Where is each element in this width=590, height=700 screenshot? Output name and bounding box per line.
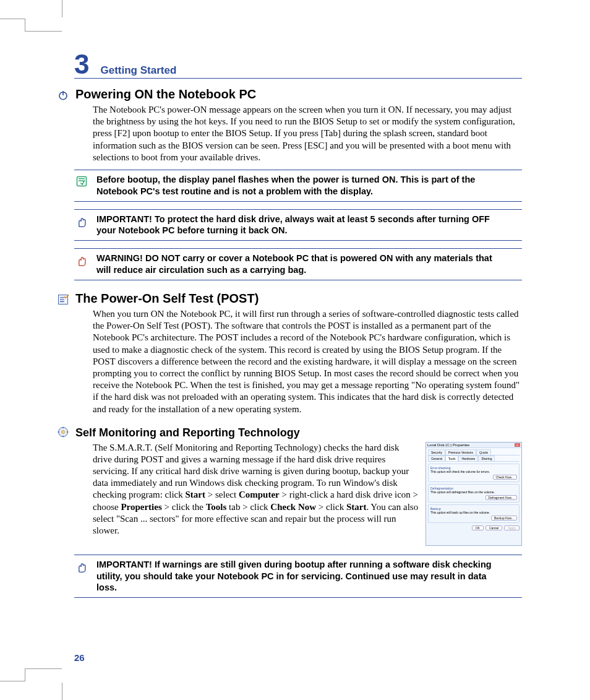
callout-important: IMPORTANT! To protect the hard disk driv… (74, 209, 522, 241)
close-icon: × (515, 443, 520, 447)
tab-quota: Quota (476, 449, 491, 455)
checklist-icon (56, 292, 71, 306)
defrag-box: Defragmentation This option will defragm… (428, 484, 519, 503)
smart-body: The S.M.A.R.T. (Self Monitoring and Repo… (93, 442, 419, 546)
dialog-tabs-row2: General Tools Hardware Sharing (428, 456, 519, 462)
backup-box: Backup This option will back up files on… (428, 504, 519, 523)
callout-text: IMPORTANT! To protect the hard disk driv… (96, 214, 506, 237)
defrag-text: This option will defragment files on the… (430, 490, 517, 494)
svg-rect-2 (77, 176, 87, 186)
tab-sharing: Sharing (478, 456, 495, 461)
svg-point-5 (62, 431, 65, 434)
chapter-title: Getting Started (100, 64, 176, 77)
power-icon (56, 89, 71, 101)
callout-note: Before bootup, the display panel flashes… (74, 170, 522, 202)
dialog-title-text: Local Disk (C:) Properties (427, 443, 469, 447)
apply-button: Apply (504, 525, 519, 530)
callout-important-2: IMPORTANT! If warnings are still given d… (74, 555, 522, 598)
page-number: 26 (74, 652, 85, 663)
section-title: Powering ON the Notebook PC (75, 87, 256, 102)
tab-security: Security (428, 449, 445, 455)
defragment-now-button: Defragment Now... (485, 495, 517, 500)
section-smart: Self Monitoring and Reporting Technology… (74, 424, 522, 546)
section-body: The Notebook PC's power-ON message appea… (93, 104, 522, 163)
error-checking-text: This option will check the volume for er… (430, 470, 517, 473)
ok-button: OK (472, 525, 484, 530)
error-checking-box: Error-checking This option will check th… (428, 464, 519, 482)
section-powering-on: Powering ON the Notebook PC The Notebook… (74, 87, 522, 163)
chapter-header: 3 Getting Started (74, 51, 522, 79)
check-now-button: Check Now... (493, 475, 517, 480)
backup-text: This option will back up files on the vo… (430, 511, 517, 514)
callout-text: IMPORTANT! If warnings are still given d… (96, 559, 506, 594)
tab-general: General (428, 456, 445, 461)
section-title: The Power-On Self Test (POST) (75, 292, 259, 306)
cancel-button: Cancel (485, 525, 503, 530)
chapter-number: 3 (74, 51, 89, 78)
tab-previous-versions: Previous Versions (445, 449, 476, 455)
dialog-button-row: OK Cancel Apply (428, 525, 519, 530)
dialog-titlebar: Local Disk (C:) Properties × (426, 443, 521, 448)
callout-text: Before bootup, the display panel flashes… (96, 174, 506, 197)
dialog-tabs-row1: Security Previous Versions Quota (428, 449, 519, 456)
tab-tools: Tools (445, 456, 459, 461)
hand-warning-icon (74, 253, 89, 276)
hand-important-icon (74, 214, 89, 237)
callout-text: WARNING! DO NOT carry or cover a Noteboo… (96, 253, 506, 276)
tab-hardware: Hardware (458, 456, 478, 461)
backup-now-button: Backup Now... (491, 516, 517, 521)
section-post: The Power-On Self Test (POST) When you t… (74, 292, 522, 415)
properties-dialog-figure: Local Disk (C:) Properties × Security Pr… (425, 442, 522, 546)
hand-important-icon (74, 559, 89, 594)
disk-gear-icon (56, 425, 71, 438)
section-title: Self Monitoring and Reporting Technology (75, 426, 300, 439)
section-body: When you turn ON the Notebook PC, it wil… (93, 308, 522, 415)
note-icon (74, 174, 89, 197)
page-content: 3 Getting Started Powering ON the Notebo… (0, 0, 590, 700)
callout-warning: WARNING! DO NOT carry or cover a Noteboo… (74, 248, 522, 280)
